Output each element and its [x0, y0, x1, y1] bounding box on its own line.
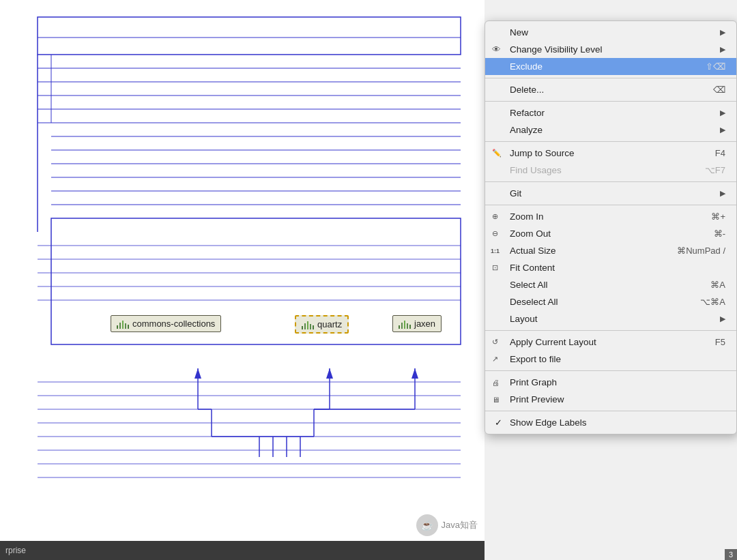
svg-marker-29 [326, 368, 333, 379]
pencil-icon: ✏️ [492, 149, 502, 158]
actual-size-icon: 1:1 [491, 248, 500, 254]
menu-item-select-all-shortcut: ⌘A [710, 280, 725, 290]
menu-item-select-all[interactable]: Select All ⌘A [485, 276, 736, 293]
jaxen-icon [399, 319, 411, 329]
menu-item-jump-to-source[interactable]: ✏️ Jump to Source F4 [485, 145, 736, 162]
menu-item-print-preview[interactable]: 🖥 Print Preview [485, 391, 736, 408]
menu-item-actual-size-shortcut: ⌘NumPad / [677, 246, 725, 256]
separator-2 [485, 101, 736, 102]
menu-item-zoom-in-shortcut: ⌘+ [711, 211, 725, 222]
node-jaxen-label: jaxen [414, 319, 435, 329]
zoom-out-icon: ⊖ [492, 229, 498, 238]
menu-item-zoom-out[interactable]: ⊖ Zoom Out ⌘- [485, 225, 736, 242]
menu-item-apply-current-layout[interactable]: ↺ Apply Current Layout F5 [485, 334, 736, 351]
menu-item-export-to-file[interactable]: ↗ Export to file [485, 351, 736, 368]
menu-item-change-visibility[interactable]: 👁 Change Visibility Level ▶ [485, 41, 736, 58]
menu-item-find-usages-label: Find Usages [510, 165, 562, 175]
menu-item-print-preview-label: Print Preview [510, 394, 564, 404]
menu-item-export-to-file-label: Export to file [510, 354, 561, 364]
svg-rect-0 [38, 17, 461, 55]
watermark: ☕ Java知音 [416, 514, 478, 536]
menu-item-delete[interactable]: Delete... ⌫ [485, 81, 736, 98]
fit-content-icon: ⊡ [492, 263, 498, 272]
separator-4 [485, 181, 736, 182]
separator-1 [485, 78, 736, 78]
node-quartz[interactable]: quartz [295, 315, 349, 334]
menu-item-git-arrow: ▶ [720, 189, 725, 198]
status-bar: rprise [0, 541, 485, 560]
menu-item-analyze[interactable]: Analyze ▶ [485, 121, 736, 138]
menu-item-delete-label: Delete... [510, 85, 544, 95]
zoom-in-icon: ⊕ [492, 212, 498, 221]
corner-badge: 3 [725, 549, 737, 560]
separator-3 [485, 141, 736, 142]
menu-item-analyze-label: Analyze [510, 125, 543, 135]
menu-item-deselect-all[interactable]: Deselect All ⌥⌘A [485, 293, 736, 310]
menu-item-refactor-arrow: ▶ [720, 108, 725, 117]
menu-item-apply-current-layout-label: Apply Current Layout [510, 337, 596, 347]
apply-layout-icon: ↺ [492, 338, 498, 347]
diagram-svg [0, 0, 485, 560]
menu-item-exclude[interactable]: Exclude ⇧⌫ [485, 58, 736, 75]
menu-item-zoom-in[interactable]: ⊕ Zoom In ⌘+ [485, 208, 736, 225]
menu-item-layout-arrow: ▶ [720, 314, 725, 323]
node-quartz-label: quartz [317, 319, 342, 329]
svg-marker-25 [194, 368, 201, 379]
separator-8 [485, 411, 736, 411]
show-edge-labels-checkmark: ✓ [495, 417, 502, 428]
menu-item-change-visibility-label: Change Visibility Level [510, 44, 603, 55]
node-commons-collections[interactable]: commons-collections [111, 315, 221, 332]
separator-7 [485, 370, 736, 371]
node-commons-collections-label: commons-collections [132, 319, 215, 329]
print-preview-icon: 🖥 [492, 396, 500, 404]
menu-item-new-label: New [510, 27, 528, 38]
menu-item-exclude-label: Exclude [510, 61, 543, 72]
menu-item-new[interactable]: New ▶ [485, 24, 736, 41]
corner-badge-number: 3 [729, 550, 733, 559]
menu-item-actual-size[interactable]: 1:1 Actual Size ⌘NumPad / [485, 242, 736, 259]
menu-item-zoom-out-label: Zoom Out [510, 229, 551, 239]
menu-item-refactor[interactable]: Refactor ▶ [485, 104, 736, 121]
commons-collections-icon [117, 319, 129, 329]
menu-item-exclude-shortcut: ⇧⌫ [706, 61, 725, 72]
menu-item-deselect-all-label: Deselect All [510, 297, 558, 307]
separator-5 [485, 205, 736, 205]
menu-item-change-visibility-arrow: ▶ [720, 45, 725, 54]
menu-item-fit-content[interactable]: ⊡ Fit Content [485, 259, 736, 276]
menu-item-layout-label: Layout [510, 314, 538, 324]
svg-marker-33 [411, 368, 418, 379]
menu-item-select-all-label: Select All [510, 280, 548, 290]
export-icon: ↗ [492, 355, 498, 364]
status-text: rprise [5, 546, 26, 555]
menu-item-fit-content-label: Fit Content [510, 263, 555, 273]
separator-6 [485, 330, 736, 331]
menu-item-jump-to-source-shortcut: F4 [715, 148, 725, 158]
menu-item-new-arrow: ▶ [720, 28, 725, 37]
menu-item-show-edge-labels-label: Show Edge Labels [510, 417, 587, 428]
node-jaxen[interactable]: jaxen [392, 315, 442, 332]
menu-item-actual-size-label: Actual Size [510, 246, 556, 256]
quartz-icon [302, 320, 314, 329]
eye-icon: 👁 [492, 44, 501, 55]
menu-item-jump-to-source-label: Jump to Source [510, 148, 575, 158]
watermark-icon: ☕ [416, 514, 438, 536]
print-graph-icon: 🖨 [492, 379, 500, 387]
menu-item-show-edge-labels[interactable]: ✓ Show Edge Labels [485, 414, 736, 431]
menu-item-find-usages-shortcut: ⌥F7 [705, 165, 725, 175]
menu-item-deselect-all-shortcut: ⌥⌘A [700, 297, 725, 307]
menu-item-zoom-in-label: Zoom In [510, 211, 544, 222]
menu-item-find-usages[interactable]: Find Usages ⌥F7 [485, 162, 736, 179]
menu-item-analyze-arrow: ▶ [720, 126, 725, 134]
menu-item-print-graph-label: Print Graph [510, 377, 557, 387]
menu-item-delete-shortcut: ⌫ [713, 85, 725, 95]
menu-item-git-label: Git [510, 188, 521, 198]
menu-item-print-graph[interactable]: 🖨 Print Graph [485, 374, 736, 391]
menu-item-zoom-out-shortcut: ⌘- [714, 229, 725, 239]
canvas-area: commons-collections quartz jaxen rprise … [0, 0, 485, 560]
watermark-text: Java知音 [442, 519, 478, 531]
context-menu: New ▶ 👁 Change Visibility Level ▶ Exclud… [485, 20, 737, 434]
menu-item-layout[interactable]: Layout ▶ [485, 310, 736, 327]
menu-item-apply-current-layout-shortcut: F5 [715, 337, 725, 347]
menu-item-git[interactable]: Git ▶ [485, 185, 736, 202]
menu-item-refactor-label: Refactor [510, 108, 545, 118]
